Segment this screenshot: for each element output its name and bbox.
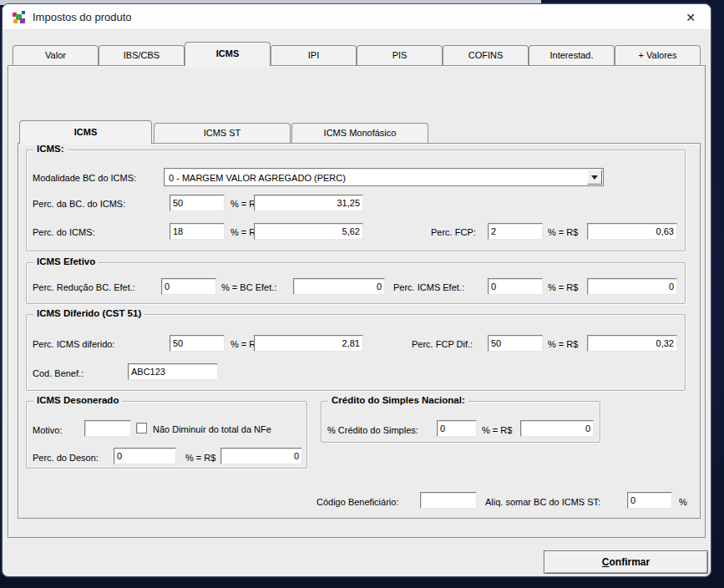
perc-icms-label: Perc. do ICMS: xyxy=(33,227,95,237)
window-title: Impostos do produto xyxy=(33,11,132,23)
tab-interestad[interactable]: Interestad. xyxy=(529,45,615,65)
perc-fcp-pct-input[interactable] xyxy=(488,223,543,240)
app-icon xyxy=(13,11,26,24)
perc-deson-label: Perc. do Deson: xyxy=(33,453,99,463)
perc-deson-eq-label: % = R$ xyxy=(185,453,215,463)
codigo-beneficiario-label: Código Beneficiário: xyxy=(316,497,398,507)
nao-diminuir-nfe-checkbox[interactable] xyxy=(136,423,147,433)
perc-icms-efet-label: Perc. ICMS Efet.: xyxy=(393,282,464,292)
icms-efetivo-group-title: ICMS Efetivo xyxy=(33,256,99,266)
codigo-beneficiario-input[interactable] xyxy=(420,492,477,509)
aliq-somar-label: Aliq. somar BC do ICMS ST: xyxy=(485,497,600,507)
perc-bc-pct-input[interactable] xyxy=(170,195,225,211)
motivo-input[interactable] xyxy=(84,420,131,437)
confirmar-button[interactable]: Confirmar xyxy=(544,550,708,574)
modalidade-bc-icms-select[interactable]: 0 - MARGEM VALOR AGREGADO (PERC) xyxy=(164,168,604,186)
confirmar-rest: onfirmar xyxy=(609,556,650,568)
impostos-do-produto-dialog: Impostos do produto ✕ Valor IBS/CBS ICMS… xyxy=(2,3,711,577)
perc-diferido-pct-input[interactable] xyxy=(170,335,225,352)
tab-pis[interactable]: PIS xyxy=(357,45,443,65)
perc-fcp-label: Perc. FCP: xyxy=(431,227,476,237)
credito-simples-group-title: Crédito do Simples Nacional: xyxy=(328,395,468,405)
perc-deson-pct-input[interactable] xyxy=(114,448,176,464)
credito-simples-label: % Crédito do Simples: xyxy=(327,425,418,435)
perc-icms-efet-pct-input[interactable] xyxy=(488,278,543,295)
perc-icms-efet-value-input[interactable] xyxy=(587,278,677,295)
credito-simples-value-input[interactable] xyxy=(520,420,594,437)
modalidade-label: Modalidade BC do ICMS: xyxy=(33,173,136,183)
subtab-icms-st[interactable]: ICMS ST xyxy=(154,123,291,143)
close-icon[interactable]: ✕ xyxy=(682,9,699,26)
perc-diferido-label: Perc. ICMS diferido: xyxy=(33,339,114,349)
perc-fcp-dif-label: Perc. FCP Dif.: xyxy=(412,339,473,349)
icms-diferido-group-title: ICMS Diferido (CST 51) xyxy=(33,308,144,318)
tab-valor[interactable]: Valor xyxy=(13,45,99,65)
cod-benef-input[interactable] xyxy=(128,363,218,380)
perc-fcp-dif-eq-label: % = R$ xyxy=(548,339,578,349)
perc-icms-efet-eq-label: % = R$ xyxy=(548,282,578,292)
perc-reducao-pct-input[interactable] xyxy=(161,278,216,295)
tab-mais-valores[interactable]: + Valores xyxy=(615,45,701,65)
aliq-somar-input[interactable] xyxy=(627,492,672,509)
perc-diferido-value-input[interactable] xyxy=(254,335,363,352)
modalidade-selected-value: 0 - MARGEM VALOR AGREGADO (PERC) xyxy=(166,170,586,184)
chevron-down-icon[interactable] xyxy=(587,170,602,185)
perc-reducao-label: Perc. Redução BC. Efet.: xyxy=(33,282,135,292)
icms-desonerado-group-title: ICMS Desonerado xyxy=(33,395,122,405)
tab-icms[interactable]: ICMS xyxy=(185,42,271,66)
perc-bc-label: Perc. da BC. do ICMS: xyxy=(33,199,125,209)
perc-fcp-dif-value-input[interactable] xyxy=(587,335,677,352)
perc-icms-value-input[interactable] xyxy=(254,223,363,240)
perc-deson-value-input[interactable] xyxy=(220,448,302,464)
credito-simples-pct-input[interactable] xyxy=(437,420,477,437)
tab-ipi[interactable]: IPI xyxy=(271,45,357,65)
tab-ibs-cbs[interactable]: IBS/CBS xyxy=(99,45,185,65)
perc-fcp-value-input[interactable] xyxy=(587,223,677,240)
perc-fcp-eq-label: % = R$ xyxy=(548,227,578,237)
credito-simples-eq-label: % = R$ xyxy=(482,425,512,435)
perc-icms-pct-input[interactable] xyxy=(170,223,225,240)
perc-bc-value-input[interactable] xyxy=(254,195,363,211)
perc-fcp-dif-pct-input[interactable] xyxy=(488,335,543,352)
subtab-icms-monofasico[interactable]: ICMS Monofásico xyxy=(291,123,428,143)
icms-group-title: ICMS: xyxy=(33,144,68,154)
aliq-somar-suffix: % xyxy=(679,497,687,507)
title-bar: Impostos do produto ✕ xyxy=(3,4,711,30)
icms-diferido-groupbox: ICMS Diferido (CST 51) xyxy=(26,314,686,391)
nao-diminuir-nfe-label: Não Diminuir do total da NFe xyxy=(153,424,271,434)
motivo-label: Motivo: xyxy=(33,425,62,435)
perc-reducao-eq-label: % = BC Efet.: xyxy=(221,282,276,292)
tab-cofins[interactable]: COFINS xyxy=(443,45,529,65)
subtab-icms[interactable]: ICMS xyxy=(19,120,152,144)
bc-efet-value-input[interactable] xyxy=(293,278,385,295)
cod-benef-label: Cod. Benef.: xyxy=(33,368,84,378)
